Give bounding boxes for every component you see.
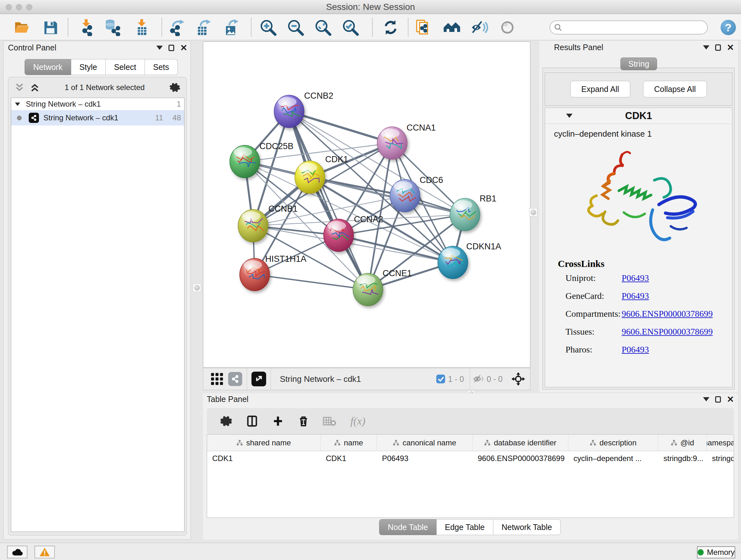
column-header--id[interactable]: @id <box>658 435 707 451</box>
tab-string[interactable]: String <box>620 57 657 70</box>
table-cell[interactable]: P06493 <box>377 454 473 463</box>
column-header-name[interactable]: name <box>321 435 377 451</box>
import-database-button[interactable] <box>104 18 123 37</box>
zoom-in-button[interactable] <box>259 18 278 37</box>
export-image-button[interactable] <box>222 18 241 37</box>
crosslink-link[interactable]: P06493 <box>622 345 649 355</box>
network-edge[interactable] <box>255 274 368 290</box>
import-table-button[interactable] <box>132 18 151 37</box>
tab-edge-table[interactable]: Edge Table <box>436 519 493 535</box>
save-session-button[interactable] <box>41 18 60 37</box>
node-label: CCNE1 <box>383 268 412 278</box>
table-cell[interactable]: stringdb:9... <box>658 454 707 463</box>
panel-menu-icon[interactable] <box>156 46 163 50</box>
create-column-plus-icon[interactable] <box>272 415 284 427</box>
column-header-description[interactable]: description <box>568 435 658 451</box>
zoom-selected-button[interactable] <box>341 18 360 37</box>
open-session-button[interactable] <box>12 18 31 37</box>
memory-button[interactable]: Memory <box>697 546 735 558</box>
splitter-handle-left[interactable] <box>193 284 201 292</box>
network-node-rb1[interactable]: RB1 <box>450 194 496 231</box>
tab-select[interactable]: Select <box>106 59 145 75</box>
close-panel-icon[interactable]: ✕ <box>727 396 734 402</box>
network-row-selected[interactable]: String Network – cdk1 11 48 <box>11 110 184 125</box>
table-cell[interactable]: cyclin–dependent ... <box>568 454 658 463</box>
close-panel-icon[interactable]: ✕ <box>180 45 187 51</box>
column-header-canonical-name[interactable]: canonical name <box>377 435 473 451</box>
network-node-hist1h1a[interactable]: HIST1H1A <box>240 254 307 291</box>
delete-table-icon[interactable] <box>323 415 337 427</box>
table-row[interactable]: CDK1CDK1P064939606.ENSP00000378699cyclin… <box>207 451 734 466</box>
float-panel-icon[interactable] <box>715 44 721 51</box>
refresh-button[interactable] <box>381 18 400 37</box>
cloud-status-button[interactable] <box>7 546 27 558</box>
close-panel-icon[interactable]: ✕ <box>727 44 734 51</box>
table-cell[interactable]: stringdb <box>707 454 734 463</box>
grid-view-icon[interactable] <box>210 372 224 386</box>
crosslink-row: Uniprot:P06493 <box>558 269 732 287</box>
function-builder-icon[interactable]: f(x) <box>350 415 365 427</box>
table-cell[interactable]: CDK1 <box>321 454 377 463</box>
home-button[interactable] <box>442 18 461 37</box>
entry-collapse-icon[interactable] <box>566 114 572 118</box>
crosslink-row: Compartments:9606.ENSP00000378699 <box>558 305 732 323</box>
panel-menu-icon[interactable] <box>703 397 710 401</box>
collapse-all-button[interactable]: Collapse All <box>643 81 707 98</box>
cytoscape-window: Session: New Session <box>0 0 741 560</box>
delete-column-trash-icon[interactable] <box>297 415 310 427</box>
help-button[interactable]: ? <box>721 20 736 35</box>
window-title: Session: New Session <box>0 2 741 12</box>
toolbar-separator <box>247 368 247 390</box>
tab-network[interactable]: Network <box>24 59 71 75</box>
network-node-ccnb1[interactable]: CCNB1 <box>238 204 298 242</box>
gear-icon[interactable] <box>169 82 181 93</box>
zoom-out-button[interactable] <box>286 18 305 37</box>
import-database-icon <box>105 19 122 36</box>
hide-selected-button[interactable] <box>470 18 489 37</box>
eye-slash-icon <box>470 18 488 37</box>
open-in-new-window-icon[interactable] <box>252 372 266 386</box>
search-box[interactable] <box>549 20 708 35</box>
network-collection-row[interactable]: String Network – cdk1 1 <box>11 98 184 110</box>
zoom-fit-button[interactable] <box>313 18 333 37</box>
expand-all-icon[interactable] <box>29 83 40 92</box>
tab-network-table[interactable]: Network Table <box>493 519 561 535</box>
crosslink-link[interactable]: P06493 <box>622 273 649 283</box>
table-settings-gear-icon[interactable] <box>219 415 232 428</box>
export-network-button[interactable] <box>167 18 186 37</box>
network-edge[interactable] <box>289 111 392 143</box>
share-document-button[interactable] <box>414 18 433 37</box>
table-cell[interactable]: CDK1 <box>207 454 321 463</box>
hidden-eye-slash-icon[interactable] <box>473 374 484 384</box>
network-view-canvas[interactable]: CCNB2CCNA1CDC25BCDK1CDC6RB1CCNB1CCNA2CDK… <box>203 42 530 368</box>
export-table-button[interactable] <box>194 18 213 37</box>
node-table[interactable]: shared namenamecanonical namedatabase id… <box>207 434 734 518</box>
crosslink-link[interactable]: 9606.ENSP00000378699 <box>622 309 713 319</box>
network-node-cdkn1a[interactable]: CDKN1A <box>438 242 501 279</box>
column-header-namespace[interactable]: namespace <box>707 435 734 451</box>
pan-crosshair-icon[interactable] <box>511 372 526 386</box>
search-input[interactable] <box>562 23 699 32</box>
table-cell[interactable]: 9606.ENSP00000378699 <box>473 454 568 463</box>
warning-status-button[interactable] <box>35 546 55 558</box>
crosslink-link[interactable]: 9606.ENSP00000378699 <box>622 327 713 337</box>
collapse-all-icon[interactable] <box>14 83 25 92</box>
expand-all-button[interactable]: Expand All <box>570 81 630 98</box>
import-network-button[interactable] <box>77 18 96 37</box>
column-header-shared-name[interactable]: shared name <box>207 435 321 451</box>
network-overview-icon[interactable] <box>228 372 242 386</box>
float-panel-icon[interactable] <box>169 45 174 51</box>
highlight-button[interactable] <box>498 18 517 37</box>
column-header-database-identifier[interactable]: database identifier <box>473 435 568 451</box>
show-columns-icon[interactable] <box>246 415 259 428</box>
tab-node-table[interactable]: Node Table <box>379 519 436 535</box>
tab-sets[interactable]: Sets <box>145 59 178 75</box>
collection-expand-icon[interactable] <box>15 103 20 106</box>
splitter-handle-right[interactable] <box>529 208 537 216</box>
crosslink-link[interactable]: P06493 <box>622 291 649 301</box>
network-node-ccna1[interactable]: CCNA1 <box>377 123 436 159</box>
selected-checkbox-icon[interactable] <box>436 374 446 384</box>
tab-style[interactable]: Style <box>71 59 106 75</box>
panel-menu-icon[interactable] <box>703 45 710 50</box>
float-panel-icon[interactable] <box>715 396 721 402</box>
